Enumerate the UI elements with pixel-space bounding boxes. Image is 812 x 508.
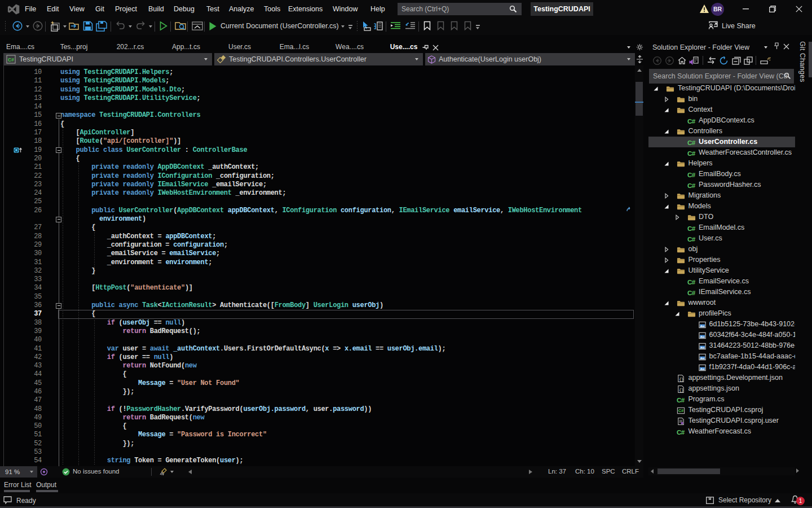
svg-text:C#: C# bbox=[8, 57, 14, 63]
svg-text:{}: {} bbox=[679, 376, 683, 381]
svg-text:C#: C# bbox=[678, 408, 684, 413]
svg-text:{}: {} bbox=[679, 387, 683, 392]
